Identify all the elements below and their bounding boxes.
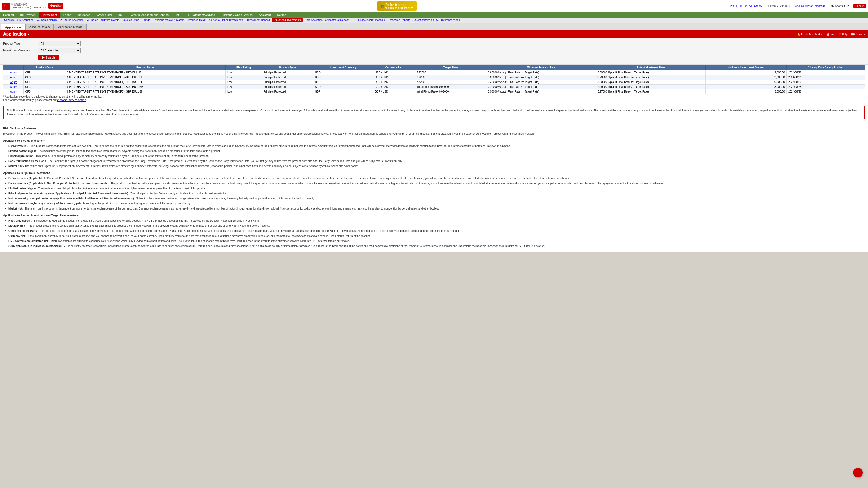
td-name-2: 6 MONTHS TARGET RATE INVESTMENT(CET)–HKD… (65, 80, 225, 85)
sub-nav-a-shares-securities[interactable]: A Shares Securities (59, 18, 85, 22)
header: 中 中国银行(香港) BANK OF CHINA (HONG KONG) 中銀理… (0, 0, 868, 12)
main-nav-item-wealth-mgmt[interactable]: Wealth Management Connect (128, 12, 173, 18)
sub-nav-a-shares-sec-margin[interactable]: A Shares Securities Margin (86, 18, 121, 22)
main-nav-item-setting[interactable]: Setting (274, 12, 289, 18)
td-minint-4: 3.00000 %p.a.(if Final Rate >= Target Ra… (486, 89, 596, 94)
page-actions: ⭐ Add to My Shortcut 🖨 Print ❓ Help 📖 Gl… (797, 33, 865, 36)
product-type-select[interactable]: All Principal Protected Non-Principal Pr… (38, 41, 81, 46)
td-code-1: CES (24, 75, 65, 80)
sub-nav-structured[interactable]: Structured Investments (272, 18, 303, 22)
step-up-list: Derivatives risk - This product is embed… (8, 144, 865, 168)
td-minint-1: 3.60000 %p.a.(if Final Rate >= Target Ra… (486, 75, 596, 80)
td-closing-0: 2024/08/26 (786, 70, 865, 75)
th-product-type: Product Type (262, 65, 313, 70)
td-name-1: 6 MONTHS TARGET RATE INVESTMENT(CES)–HKD… (65, 75, 225, 80)
step-up-target-item-4: RMB Conversion Limitation risk - RMB inv… (8, 239, 865, 243)
step-up-item-4: Market risk - The return on this product… (8, 164, 865, 168)
td-target-4: Initial Fixing Rate+ 0.02000 (415, 89, 486, 94)
td-mininv-2: 10,000.00 (705, 80, 786, 85)
refer-friends-banner[interactable]: 👥 Refer friends to open an account now! (377, 1, 416, 11)
apply-link-1[interactable]: Apply (5, 76, 22, 79)
sub-nav-precious-metal-fx[interactable]: Precious Metal/FX Margin (152, 18, 186, 22)
td-currpair-0: USD / HKD (373, 70, 415, 75)
main-nav-item-credit-card[interactable]: Credit Card (94, 12, 115, 18)
sub-nav-a-shares-margin[interactable]: A Shares Margin (35, 18, 58, 22)
logout-button[interactable]: Logout (854, 4, 866, 8)
sub-nav-funds[interactable]: Funds (141, 18, 152, 22)
td-target-0: 7.72000 (415, 70, 486, 75)
sub-nav-precious-metal[interactable]: Precious Metal (187, 18, 207, 22)
add-shortcut-link[interactable]: ⭐ Add to My Shortcut (797, 33, 823, 36)
td-mininv-4: 3,000.00 (705, 89, 786, 94)
td-risk-2: Low (225, 80, 261, 85)
message-link[interactable]: Message (815, 4, 826, 7)
apply-link-4[interactable]: Apply (5, 90, 22, 93)
main-nav-item-assistant[interactable]: Assistant (256, 12, 274, 18)
main-nav-item-insurance[interactable]: Insurance (74, 12, 94, 18)
main-nav-item-banking[interactable]: Banking (0, 12, 17, 18)
tab-application[interactable]: Application (1, 24, 25, 30)
glossary-link[interactable]: 📖 Glossary (851, 33, 865, 36)
sub-nav-research[interactable]: Research Reports (387, 18, 412, 22)
footnote-2: For product details inquiry, please cont… (3, 99, 865, 102)
lang-sc-link[interactable]: 简 (745, 4, 747, 8)
setup-navigator-link[interactable]: Setup Navigator (794, 4, 813, 7)
td-type-4: Principal Protected (262, 89, 313, 94)
content: Application Account Details Application … (0, 23, 868, 253)
refer-sub: to open an account now! (385, 7, 413, 9)
search-button[interactable]: ▶ Search (38, 55, 59, 60)
main-nav-item-investment[interactable]: Investment (39, 12, 60, 18)
main-nav-item-mff[interactable]: MFF (173, 12, 185, 18)
step-up-target-list: Not a time deposit - This product is NOT… (8, 219, 865, 248)
td-mininv-3: 3,000.00 (705, 85, 786, 89)
th-product-name: Product Name (65, 65, 225, 70)
th-potential-interest: Potential Interest Rate (596, 65, 706, 70)
main-nav-item-statements[interactable]: e-Statements/Advice (185, 12, 218, 18)
main-nav-item-bill-payment[interactable]: Bill Payment (17, 12, 39, 18)
customer-service-link[interactable]: customer service hotline (57, 99, 86, 102)
cbn-logo: 中銀理財 (49, 3, 63, 9)
apply-link-0[interactable]: Apply (5, 71, 22, 74)
shortcut-select[interactable]: My Shortcut (829, 4, 850, 8)
contact-us-link[interactable]: Contact Us (749, 4, 762, 8)
td-invcur-3: AUD (313, 85, 373, 89)
hk-time-value: 2024/08/26 (777, 4, 790, 7)
tab-account-details[interactable]: Account Details (25, 24, 54, 30)
print-link[interactable]: 🖨 Print (827, 33, 835, 36)
lang-tc-link[interactable]: 繁 (740, 4, 742, 8)
table-container: Product Code Product Name Risk Rating Pr… (0, 65, 868, 94)
sub-nav-investment-deposit[interactable]: Investment Deposit (246, 18, 272, 22)
td-potint-0: 3.60000 %p.a.(if Final Rate <= Target Ra… (596, 70, 706, 75)
main-nav-item-upgrade[interactable]: Upgrade / Open Service (218, 12, 256, 18)
main-nav-item-rmb[interactable]: RMB (115, 12, 127, 18)
sub-nav-debt-securities[interactable]: Debt Securities/Certificates of Deposit (303, 18, 351, 22)
notice-text: This Financial Product is a structured p… (7, 109, 861, 116)
sub-nav-ipo[interactable]: IPO Subscription/Financing (351, 18, 386, 22)
sub-nav-overview[interactable]: Overview (1, 18, 16, 22)
bank-logo-cn: 中 (4, 4, 8, 8)
td-mininv-0: 2,000.00 (705, 70, 786, 75)
target-rate-item-1: Derivatives risk (Applicable to Non Prin… (8, 181, 865, 185)
sub-nav-us-securities[interactable]: US Securities (121, 18, 141, 22)
tab-application-record[interactable]: Application Record (54, 24, 86, 30)
home-link[interactable]: Home (731, 4, 738, 8)
bank-name-cn: 中国银行(香港) (11, 3, 46, 6)
sub-nav-hk-securities[interactable]: HK Securities (16, 18, 35, 22)
apply-link-2[interactable]: Apply (5, 81, 22, 84)
help-link[interactable]: ❓ Help (838, 33, 847, 36)
sub-nav-questionnaire[interactable]: Questionnaire on Inv. Preference Video (412, 18, 462, 22)
sub-nav-currency-linked[interactable]: Currency Linked Investments (208, 18, 245, 22)
header-links: Home 繁 简 Contact Us (731, 4, 762, 8)
bank-name-en: BANK OF CHINA (HONG KONG) (11, 6, 46, 9)
th-currency-pair: Currency Pair (373, 65, 415, 70)
td-minint-2: 3.20000 %p.a.(if Final Rate >= Target Ra… (486, 80, 596, 85)
investment-currency-select[interactable]: All Currencies HKD USD AUD GBP (38, 48, 81, 53)
step-up-target-item-5: (Only applicable to Individual Customers… (8, 244, 865, 248)
th-min-investment: Minimum Investment Amount (705, 65, 786, 70)
search-row: ▶ Search (3, 55, 865, 60)
apply-link-3[interactable]: Apply (5, 85, 22, 88)
target-rate-list: Derivatives risk (Applicable to Principa… (8, 176, 865, 211)
td-code-3: CFC (24, 85, 65, 89)
main-nav-item-loans[interactable]: Loans (60, 12, 74, 18)
td-risk-3: Low (225, 85, 261, 89)
